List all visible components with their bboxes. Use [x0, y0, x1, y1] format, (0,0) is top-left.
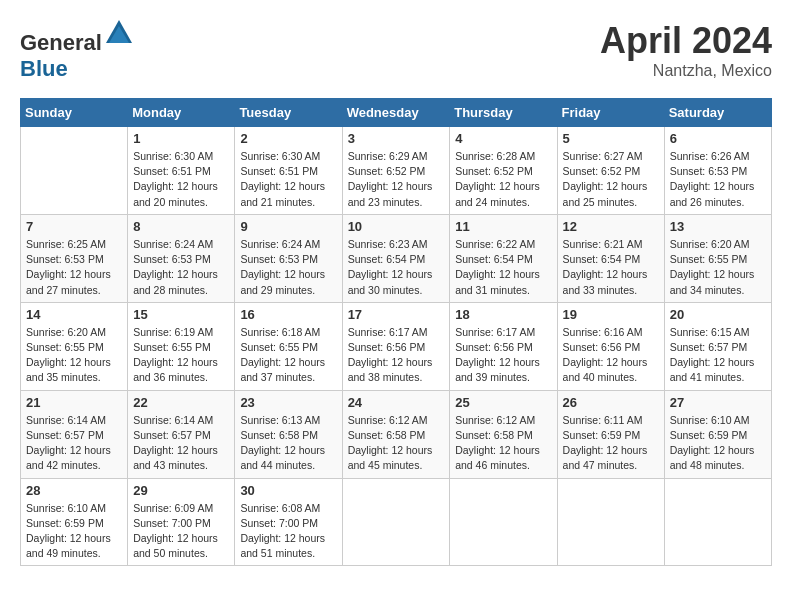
day-number: 14 [26, 307, 122, 322]
day-info: Sunrise: 6:17 AMSunset: 6:56 PMDaylight:… [455, 326, 540, 384]
calendar-header-friday: Friday [557, 99, 664, 127]
day-info: Sunrise: 6:24 AMSunset: 6:53 PMDaylight:… [133, 238, 218, 296]
calendar-cell: 16 Sunrise: 6:18 AMSunset: 6:55 PMDaylig… [235, 302, 342, 390]
logo: General Blue [20, 20, 134, 82]
calendar-week-row: 1 Sunrise: 6:30 AMSunset: 6:51 PMDayligh… [21, 127, 772, 215]
calendar-cell: 29 Sunrise: 6:09 AMSunset: 7:00 PMDaylig… [128, 478, 235, 566]
calendar-cell: 19 Sunrise: 6:16 AMSunset: 6:56 PMDaylig… [557, 302, 664, 390]
day-number: 10 [348, 219, 445, 234]
calendar-cell: 25 Sunrise: 6:12 AMSunset: 6:58 PMDaylig… [450, 390, 557, 478]
calendar-cell: 7 Sunrise: 6:25 AMSunset: 6:53 PMDayligh… [21, 214, 128, 302]
day-info: Sunrise: 6:09 AMSunset: 7:00 PMDaylight:… [133, 502, 218, 560]
day-number: 4 [455, 131, 551, 146]
calendar-cell: 2 Sunrise: 6:30 AMSunset: 6:51 PMDayligh… [235, 127, 342, 215]
day-info: Sunrise: 6:20 AMSunset: 6:55 PMDaylight:… [670, 238, 755, 296]
calendar-header-wednesday: Wednesday [342, 99, 450, 127]
month-year-title: April 2024 [600, 20, 772, 62]
calendar-cell: 30 Sunrise: 6:08 AMSunset: 7:00 PMDaylig… [235, 478, 342, 566]
calendar-header-monday: Monday [128, 99, 235, 127]
calendar-cell: 12 Sunrise: 6:21 AMSunset: 6:54 PMDaylig… [557, 214, 664, 302]
calendar-cell [664, 478, 771, 566]
day-number: 12 [563, 219, 659, 234]
day-info: Sunrise: 6:22 AMSunset: 6:54 PMDaylight:… [455, 238, 540, 296]
day-number: 13 [670, 219, 766, 234]
calendar-cell: 24 Sunrise: 6:12 AMSunset: 6:58 PMDaylig… [342, 390, 450, 478]
calendar-cell: 21 Sunrise: 6:14 AMSunset: 6:57 PMDaylig… [21, 390, 128, 478]
day-info: Sunrise: 6:12 AMSunset: 6:58 PMDaylight:… [348, 414, 433, 472]
day-info: Sunrise: 6:24 AMSunset: 6:53 PMDaylight:… [240, 238, 325, 296]
day-number: 18 [455, 307, 551, 322]
calendar-cell: 26 Sunrise: 6:11 AMSunset: 6:59 PMDaylig… [557, 390, 664, 478]
calendar-cell: 20 Sunrise: 6:15 AMSunset: 6:57 PMDaylig… [664, 302, 771, 390]
day-number: 7 [26, 219, 122, 234]
calendar-header-row: SundayMondayTuesdayWednesdayThursdayFrid… [21, 99, 772, 127]
calendar-week-row: 28 Sunrise: 6:10 AMSunset: 6:59 PMDaylig… [21, 478, 772, 566]
calendar-cell: 8 Sunrise: 6:24 AMSunset: 6:53 PMDayligh… [128, 214, 235, 302]
calendar-cell: 17 Sunrise: 6:17 AMSunset: 6:56 PMDaylig… [342, 302, 450, 390]
calendar-cell: 5 Sunrise: 6:27 AMSunset: 6:52 PMDayligh… [557, 127, 664, 215]
calendar-cell [450, 478, 557, 566]
calendar-cell: 28 Sunrise: 6:10 AMSunset: 6:59 PMDaylig… [21, 478, 128, 566]
day-info: Sunrise: 6:10 AMSunset: 6:59 PMDaylight:… [26, 502, 111, 560]
day-number: 5 [563, 131, 659, 146]
day-info: Sunrise: 6:25 AMSunset: 6:53 PMDaylight:… [26, 238, 111, 296]
day-info: Sunrise: 6:12 AMSunset: 6:58 PMDaylight:… [455, 414, 540, 472]
day-number: 26 [563, 395, 659, 410]
calendar-week-row: 21 Sunrise: 6:14 AMSunset: 6:57 PMDaylig… [21, 390, 772, 478]
calendar-cell: 22 Sunrise: 6:14 AMSunset: 6:57 PMDaylig… [128, 390, 235, 478]
logo-blue: Blue [20, 56, 68, 81]
day-number: 29 [133, 483, 229, 498]
logo-text: General Blue [20, 20, 134, 82]
calendar-header-saturday: Saturday [664, 99, 771, 127]
day-number: 1 [133, 131, 229, 146]
day-info: Sunrise: 6:30 AMSunset: 6:51 PMDaylight:… [240, 150, 325, 208]
calendar-header-sunday: Sunday [21, 99, 128, 127]
calendar-header-tuesday: Tuesday [235, 99, 342, 127]
day-info: Sunrise: 6:27 AMSunset: 6:52 PMDaylight:… [563, 150, 648, 208]
calendar-cell [557, 478, 664, 566]
day-number: 28 [26, 483, 122, 498]
day-number: 30 [240, 483, 336, 498]
day-number: 25 [455, 395, 551, 410]
day-info: Sunrise: 6:26 AMSunset: 6:53 PMDaylight:… [670, 150, 755, 208]
calendar-cell: 15 Sunrise: 6:19 AMSunset: 6:55 PMDaylig… [128, 302, 235, 390]
day-info: Sunrise: 6:16 AMSunset: 6:56 PMDaylight:… [563, 326, 648, 384]
day-info: Sunrise: 6:11 AMSunset: 6:59 PMDaylight:… [563, 414, 648, 472]
calendar-cell: 23 Sunrise: 6:13 AMSunset: 6:58 PMDaylig… [235, 390, 342, 478]
day-number: 19 [563, 307, 659, 322]
day-number: 8 [133, 219, 229, 234]
calendar-cell [342, 478, 450, 566]
day-info: Sunrise: 6:18 AMSunset: 6:55 PMDaylight:… [240, 326, 325, 384]
page-header: General Blue April 2024 Nantzha, Mexico [20, 20, 772, 82]
day-info: Sunrise: 6:17 AMSunset: 6:56 PMDaylight:… [348, 326, 433, 384]
day-info: Sunrise: 6:20 AMSunset: 6:55 PMDaylight:… [26, 326, 111, 384]
day-number: 20 [670, 307, 766, 322]
day-number: 11 [455, 219, 551, 234]
calendar-table: SundayMondayTuesdayWednesdayThursdayFrid… [20, 98, 772, 566]
day-info: Sunrise: 6:23 AMSunset: 6:54 PMDaylight:… [348, 238, 433, 296]
day-number: 17 [348, 307, 445, 322]
calendar-week-row: 7 Sunrise: 6:25 AMSunset: 6:53 PMDayligh… [21, 214, 772, 302]
title-block: April 2024 Nantzha, Mexico [600, 20, 772, 80]
day-info: Sunrise: 6:14 AMSunset: 6:57 PMDaylight:… [26, 414, 111, 472]
calendar-cell: 14 Sunrise: 6:20 AMSunset: 6:55 PMDaylig… [21, 302, 128, 390]
day-info: Sunrise: 6:21 AMSunset: 6:54 PMDaylight:… [563, 238, 648, 296]
day-number: 27 [670, 395, 766, 410]
logo-general: General [20, 30, 102, 55]
day-number: 3 [348, 131, 445, 146]
calendar-cell: 1 Sunrise: 6:30 AMSunset: 6:51 PMDayligh… [128, 127, 235, 215]
day-number: 24 [348, 395, 445, 410]
location-subtitle: Nantzha, Mexico [600, 62, 772, 80]
calendar-header-thursday: Thursday [450, 99, 557, 127]
day-info: Sunrise: 6:30 AMSunset: 6:51 PMDaylight:… [133, 150, 218, 208]
calendar-cell: 9 Sunrise: 6:24 AMSunset: 6:53 PMDayligh… [235, 214, 342, 302]
calendar-cell: 11 Sunrise: 6:22 AMSunset: 6:54 PMDaylig… [450, 214, 557, 302]
calendar-cell: 6 Sunrise: 6:26 AMSunset: 6:53 PMDayligh… [664, 127, 771, 215]
day-info: Sunrise: 6:28 AMSunset: 6:52 PMDaylight:… [455, 150, 540, 208]
logo-icon [104, 18, 134, 48]
calendar-cell [21, 127, 128, 215]
day-info: Sunrise: 6:13 AMSunset: 6:58 PMDaylight:… [240, 414, 325, 472]
calendar-cell: 3 Sunrise: 6:29 AMSunset: 6:52 PMDayligh… [342, 127, 450, 215]
calendar-cell: 10 Sunrise: 6:23 AMSunset: 6:54 PMDaylig… [342, 214, 450, 302]
day-number: 6 [670, 131, 766, 146]
